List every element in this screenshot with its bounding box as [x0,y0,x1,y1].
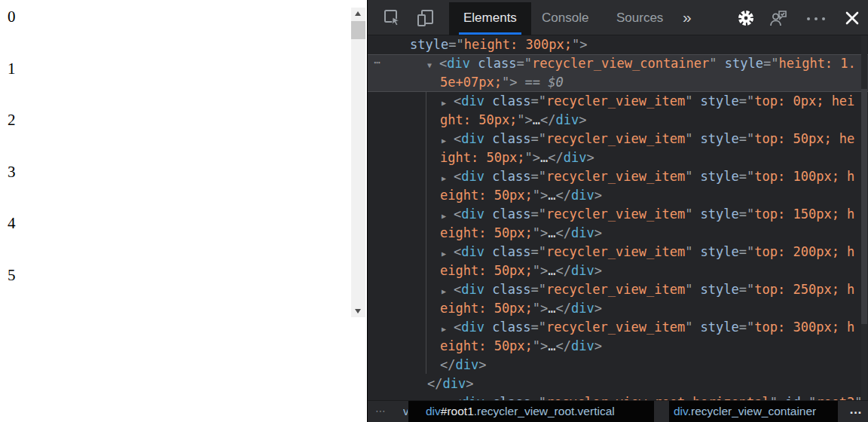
expand-arrow-icon[interactable]: ▼ [427,56,439,75]
gutter-more-icon[interactable]: ⋯ [374,54,382,73]
code-line[interactable]: ▶<div class="recycler_view_item" style="… [368,243,868,261]
code-line[interactable]: 5e+07px;"> == $0 [368,73,868,92]
code-token: … [548,225,555,240]
devtools-scrollbar-thumb[interactable] [861,89,867,324]
code-line[interactable]: eight: 50px;">…</div> [368,186,868,205]
tab-sources[interactable]: Sources [616,0,663,35]
more-tabs-icon[interactable]: » [683,0,692,35]
code-token: recycler_view_item [546,131,685,146]
code-token: < [454,395,461,400]
code-line[interactable]: ight: 50px;">…</div> [368,148,868,167]
code-token: =" [739,131,754,146]
inspect-element-icon[interactable] [383,8,402,28]
expand-arrow-icon[interactable]: ▶ [442,93,454,112]
scroll-down-button[interactable] [351,305,365,317]
code-token: < [454,169,461,184]
arrow-down-icon [355,309,361,313]
code-token: " [685,282,700,297]
scrollbar-thumb[interactable] [351,21,365,39]
feedback-person-icon[interactable] [769,8,788,28]
code-token: =" [739,206,754,222]
breadcrumb-container-div[interactable]: div.recycler_view_container [669,401,838,422]
close-icon[interactable] [842,8,862,28]
code-line[interactable]: ▶<div class="recycler_view_item" style="… [368,318,868,337]
expand-arrow-icon[interactable]: ▶ [442,282,454,301]
code-token: < [454,93,461,109]
expand-arrow-icon[interactable]: ▶ [442,131,454,150]
code-token: =" [739,169,754,184]
code-token: style [701,206,739,222]
recycler-item-4: 4 [8,215,16,231]
code-token [484,282,492,297]
expand-arrow-icon[interactable]: ▶ [442,244,454,263]
code-line[interactable]: ▶<div class="recycler_view_item" style="… [368,205,868,224]
code-token: < [454,282,461,297]
devtools-scrollbar[interactable] [861,35,867,400]
code-token: ght: 50px; [440,112,517,127]
expand-arrow-icon[interactable]: ▶ [442,169,454,188]
code-token: </ [540,112,555,127]
code-token: =" [530,206,546,222]
expand-arrow-icon[interactable]: ▶ [442,206,454,225]
code-line[interactable]: </div> [368,356,868,375]
code-token: div [461,320,484,335]
code-line[interactable]: eight: 50px;">…</div> [368,299,868,318]
code-token: =" [530,282,546,297]
breadcrumb-overflow-icon[interactable]: ⋯ [375,401,387,422]
code-token: … [548,301,555,316]
code-token: height: 300px; [464,37,572,52]
code-token: > [594,301,602,316]
code-token: =" [530,93,546,109]
device-toolbar-icon[interactable] [416,8,436,28]
code-line[interactable]: ▶<div class="recycler_view_item" style="… [368,280,868,299]
code-token [484,206,492,222]
tab-console[interactable]: Console [542,0,588,35]
expand-arrow-icon[interactable]: ▶ [442,320,454,338]
code-token: "> [533,263,548,278]
code-line[interactable]: eight: 50px;">…</div> [368,261,868,280]
code-line[interactable]: </div> [368,375,868,393]
code-token: =" [530,169,546,184]
tab-elements[interactable]: Elements [449,2,531,35]
settings-gear-icon[interactable] [736,8,756,28]
code-token: > [594,225,602,240]
code-token: > [478,357,486,372]
code-token: recycler_view_container [532,56,709,71]
code-line[interactable]: ▶<div class="recycler_view_item" style="… [368,167,868,186]
code-token: > [579,112,586,127]
code-token: "> [502,75,517,90]
indent-guide-line [426,92,426,374]
code-token: div [461,244,484,259]
code-token: div [564,150,587,165]
breadcrumb-more-icon[interactable]: … [849,401,863,422]
code-line[interactable]: eight: 50px;">…</div> [368,224,868,243]
crumb-id: #root1 [441,405,474,417]
code-token: style [701,169,739,184]
code-token: div [461,93,484,109]
code-line[interactable]: eight: 50px;">…</div> [368,337,868,356]
code-line[interactable]: ght: 50px;">…</div> [368,111,868,130]
code-token: </ [556,188,571,203]
code-token [484,244,492,259]
expand-arrow-icon[interactable]: ▶ [442,395,454,400]
code-line[interactable]: ▶<div class="recycler_view_item" style="… [368,92,868,111]
code-token: " [685,244,700,259]
code-line[interactable]: ▼<div class="recycler_view_container" st… [368,54,868,73]
code-token: top: 250px; h [754,282,854,297]
recycler-item-2: 2 [8,112,16,128]
code-token: style [701,320,739,335]
code-token: " [685,169,700,184]
scroll-up-button[interactable] [351,8,365,20]
code-token: > [594,338,602,353]
code-line-clipped[interactable]: ▶<div class="recycler_view_root horizont… [368,393,868,400]
code-token: "> [533,301,548,316]
code-token: recycler_view_item [546,282,685,297]
more-options-icon[interactable] [805,8,828,28]
breadcrumb-root-div[interactable]: div#root1.recycler_view_root.vertical [408,401,654,422]
code-line[interactable]: style="height: 300px;"> [368,35,868,54]
page-scrollbar[interactable] [351,8,365,317]
code-line[interactable]: ▶<div class="recycler_view_item" style="… [368,130,868,148]
code-token: top: 200px; h [754,244,854,259]
code-token: class [492,206,530,222]
code-token: =" [530,244,546,259]
